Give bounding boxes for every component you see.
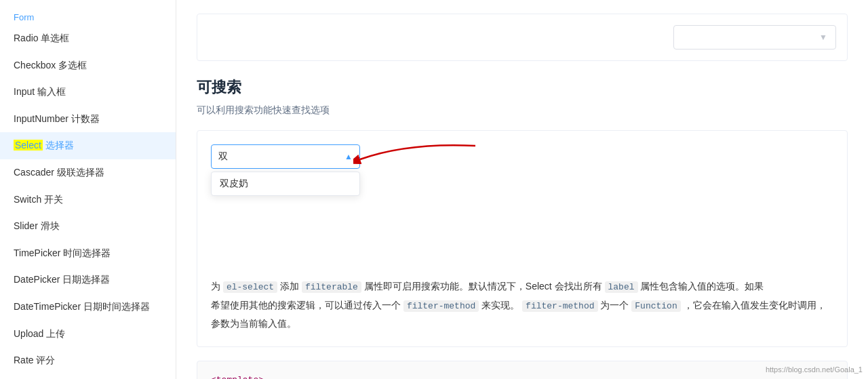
chevron-down-icon: ▼ bbox=[819, 33, 827, 42]
sidebar-item-radio[interactable]: Radio 单选框 bbox=[0, 25, 176, 52]
section-title: 可搜索 bbox=[197, 77, 848, 98]
sidebar-item-checkbox[interactable]: Checkbox 多选框 bbox=[0, 52, 176, 79]
sidebar-item-rate[interactable]: Rate 评分 bbox=[0, 347, 176, 374]
sidebar-item-input[interactable]: Input 输入框 bbox=[0, 79, 176, 106]
code-filterable: filterable bbox=[302, 281, 361, 293]
search-input[interactable] bbox=[218, 151, 327, 162]
search-input-container[interactable]: ▲ bbox=[211, 144, 360, 169]
code-filter-method-1: filter-method bbox=[403, 300, 479, 312]
main-content: ▼ 可搜索 可以利用搜索功能快速查找选项 ▲ 双皮奶 bbox=[176, 0, 868, 379]
sidebar-item-timepicker[interactable]: TimePicker 时间选择器 bbox=[0, 240, 176, 267]
search-select-wrapper: ▲ 双皮奶 bbox=[211, 144, 360, 169]
sidebar: Form Radio 单选框 Checkbox 多选框 Input 输入框 In… bbox=[0, 0, 176, 379]
sidebar-item-datetimepicker[interactable]: DateTimePicker 日期时间选择器 bbox=[0, 294, 176, 321]
watermark: https://blog.csdn.net/Goala_1 bbox=[766, 365, 863, 374]
sidebar-item-inputnumber[interactable]: InputNumber 计数器 bbox=[0, 106, 176, 133]
section-desc: 可以利用搜索功能快速查找选项 bbox=[197, 104, 848, 117]
sidebar-item-switch[interactable]: Switch 开关 bbox=[0, 186, 176, 214]
top-select[interactable]: ▼ bbox=[673, 25, 836, 49]
sidebar-section-form: Form bbox=[0, 7, 176, 25]
sidebar-item-slider[interactable]: Slider 滑块 bbox=[0, 213, 176, 240]
sidebar-item-cascader[interactable]: Cascader 级联选择器 bbox=[0, 159, 176, 186]
code-label: label bbox=[605, 281, 638, 293]
code-function: Function bbox=[631, 300, 680, 312]
code-block: <template> <el-select v-model="value" fi… bbox=[197, 361, 848, 379]
code-el-select: el-select bbox=[223, 281, 277, 293]
code-filter-method-2: filter-method bbox=[522, 300, 597, 312]
sidebar-item-datepicker[interactable]: DatePicker 日期选择器 bbox=[0, 266, 176, 294]
select-dropdown: 双皮奶 bbox=[211, 172, 360, 196]
sidebar-item-select[interactable]: Select 选择器 bbox=[0, 132, 176, 159]
chevron-up-icon: ▲ bbox=[344, 152, 353, 161]
dropdown-item-shuangpinai[interactable]: 双皮奶 bbox=[212, 172, 359, 195]
sidebar-item-upload[interactable]: Upload 上传 bbox=[0, 321, 176, 348]
